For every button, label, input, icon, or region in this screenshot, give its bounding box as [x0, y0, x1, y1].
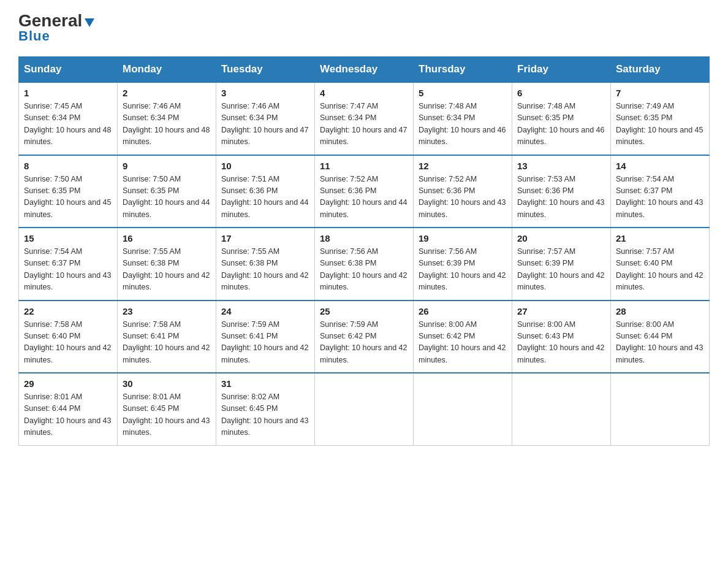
- calendar-week-row: 8Sunrise: 7:50 AMSunset: 6:35 PMDaylight…: [19, 155, 710, 228]
- day-info: Sunrise: 7:51 AMSunset: 6:36 PMDaylight:…: [221, 174, 309, 221]
- calendar-cell: 5Sunrise: 7:48 AMSunset: 6:34 PMDaylight…: [414, 82, 512, 155]
- day-number: 1: [24, 88, 112, 98]
- day-number: 10: [221, 161, 309, 171]
- day-info: Sunrise: 7:52 AMSunset: 6:36 PMDaylight:…: [419, 174, 507, 221]
- calendar-cell: 29Sunrise: 8:01 AMSunset: 6:44 PMDayligh…: [19, 373, 118, 445]
- day-info: Sunrise: 7:55 AMSunset: 6:38 PMDaylight:…: [221, 246, 309, 294]
- calendar-header-row: SundayMondayTuesdayWednesdayThursdayFrid…: [19, 57, 710, 83]
- col-header-friday: Friday: [512, 57, 611, 83]
- calendar-cell: 6Sunrise: 7:48 AMSunset: 6:35 PMDaylight…: [512, 82, 611, 155]
- calendar-cell: 12Sunrise: 7:52 AMSunset: 6:36 PMDayligh…: [414, 155, 512, 228]
- calendar-cell: 1Sunrise: 7:45 AMSunset: 6:34 PMDaylight…: [19, 82, 118, 155]
- logo: General Blue: [18, 12, 96, 44]
- day-number: 14: [616, 161, 704, 171]
- day-info: Sunrise: 7:59 AMSunset: 6:42 PMDaylight:…: [320, 319, 408, 367]
- day-info: Sunrise: 7:57 AMSunset: 6:40 PMDaylight:…: [616, 246, 704, 294]
- day-info: Sunrise: 7:45 AMSunset: 6:34 PMDaylight:…: [24, 101, 112, 148]
- day-info: Sunrise: 7:59 AMSunset: 6:41 PMDaylight:…: [221, 319, 309, 367]
- calendar-cell: 9Sunrise: 7:50 AMSunset: 6:35 PMDaylight…: [118, 155, 216, 228]
- col-header-sunday: Sunday: [19, 57, 118, 83]
- day-info: Sunrise: 7:56 AMSunset: 6:38 PMDaylight:…: [320, 246, 408, 294]
- logo-general: General: [18, 12, 96, 29]
- day-number: 11: [320, 161, 408, 171]
- day-info: Sunrise: 8:00 AMSunset: 6:43 PMDaylight:…: [517, 319, 605, 367]
- calendar-cell: 27Sunrise: 8:00 AMSunset: 6:43 PMDayligh…: [512, 301, 611, 373]
- calendar-week-row: 1Sunrise: 7:45 AMSunset: 6:34 PMDaylight…: [19, 82, 710, 155]
- day-number: 6: [517, 88, 605, 98]
- day-number: 4: [320, 88, 408, 98]
- day-info: Sunrise: 7:46 AMSunset: 6:34 PMDaylight:…: [221, 101, 309, 148]
- calendar-cell: 19Sunrise: 7:56 AMSunset: 6:39 PMDayligh…: [414, 228, 512, 301]
- calendar-cell: 31Sunrise: 8:02 AMSunset: 6:45 PMDayligh…: [216, 373, 315, 445]
- day-number: 23: [123, 306, 211, 316]
- day-number: 13: [517, 161, 605, 171]
- day-number: 29: [24, 378, 112, 389]
- day-info: Sunrise: 7:56 AMSunset: 6:39 PMDaylight:…: [419, 246, 507, 294]
- day-info: Sunrise: 7:50 AMSunset: 6:35 PMDaylight:…: [24, 174, 112, 221]
- calendar-cell: 22Sunrise: 7:58 AMSunset: 6:40 PMDayligh…: [19, 301, 118, 373]
- day-info: Sunrise: 7:57 AMSunset: 6:39 PMDaylight:…: [517, 246, 605, 294]
- svg-marker-0: [85, 18, 94, 27]
- calendar-cell: [315, 373, 414, 445]
- calendar-week-row: 15Sunrise: 7:54 AMSunset: 6:37 PMDayligh…: [19, 228, 710, 301]
- day-info: Sunrise: 7:48 AMSunset: 6:35 PMDaylight:…: [517, 101, 605, 148]
- day-number: 24: [221, 306, 309, 316]
- day-info: Sunrise: 7:54 AMSunset: 6:37 PMDaylight:…: [24, 246, 112, 294]
- day-info: Sunrise: 7:49 AMSunset: 6:35 PMDaylight:…: [616, 101, 704, 148]
- day-info: Sunrise: 8:00 AMSunset: 6:42 PMDaylight:…: [419, 319, 507, 367]
- calendar-cell: 23Sunrise: 7:58 AMSunset: 6:41 PMDayligh…: [118, 301, 216, 373]
- day-info: Sunrise: 8:00 AMSunset: 6:44 PMDaylight:…: [616, 319, 704, 367]
- day-info: Sunrise: 7:47 AMSunset: 6:34 PMDaylight:…: [320, 101, 408, 148]
- day-number: 17: [221, 233, 309, 243]
- day-number: 12: [419, 161, 507, 171]
- calendar-cell: 28Sunrise: 8:00 AMSunset: 6:44 PMDayligh…: [611, 301, 710, 373]
- day-number: 30: [123, 378, 211, 389]
- day-info: Sunrise: 7:58 AMSunset: 6:41 PMDaylight:…: [123, 319, 211, 367]
- col-header-thursday: Thursday: [414, 57, 512, 83]
- day-info: Sunrise: 7:53 AMSunset: 6:36 PMDaylight:…: [517, 174, 605, 221]
- day-number: 25: [320, 306, 408, 316]
- day-number: 7: [616, 88, 704, 98]
- calendar-cell: 2Sunrise: 7:46 AMSunset: 6:34 PMDaylight…: [118, 82, 216, 155]
- calendar-cell: 24Sunrise: 7:59 AMSunset: 6:41 PMDayligh…: [216, 301, 315, 373]
- day-info: Sunrise: 7:55 AMSunset: 6:38 PMDaylight:…: [123, 246, 211, 294]
- calendar-week-row: 22Sunrise: 7:58 AMSunset: 6:40 PMDayligh…: [19, 301, 710, 373]
- day-info: Sunrise: 7:52 AMSunset: 6:36 PMDaylight:…: [320, 174, 408, 221]
- calendar-cell: 30Sunrise: 8:01 AMSunset: 6:45 PMDayligh…: [118, 373, 216, 445]
- day-number: 15: [24, 233, 112, 243]
- day-info: Sunrise: 8:01 AMSunset: 6:45 PMDaylight:…: [123, 391, 211, 439]
- day-number: 21: [616, 233, 704, 243]
- calendar-cell: 11Sunrise: 7:52 AMSunset: 6:36 PMDayligh…: [315, 155, 414, 228]
- calendar-cell: 21Sunrise: 7:57 AMSunset: 6:40 PMDayligh…: [611, 228, 710, 301]
- day-number: 20: [517, 233, 605, 243]
- day-number: 22: [24, 306, 112, 316]
- calendar-cell: [414, 373, 512, 445]
- calendar-cell: 7Sunrise: 7:49 AMSunset: 6:35 PMDaylight…: [611, 82, 710, 155]
- calendar-cell: 17Sunrise: 7:55 AMSunset: 6:38 PMDayligh…: [216, 228, 315, 301]
- day-info: Sunrise: 7:50 AMSunset: 6:35 PMDaylight:…: [123, 174, 211, 221]
- calendar-cell: 15Sunrise: 7:54 AMSunset: 6:37 PMDayligh…: [19, 228, 118, 301]
- calendar-cell: [512, 373, 611, 445]
- day-number: 27: [517, 306, 605, 316]
- day-number: 31: [221, 378, 309, 389]
- day-info: Sunrise: 7:48 AMSunset: 6:34 PMDaylight:…: [419, 101, 507, 148]
- col-header-wednesday: Wednesday: [315, 57, 414, 83]
- day-info: Sunrise: 7:58 AMSunset: 6:40 PMDaylight:…: [24, 319, 112, 367]
- day-number: 19: [419, 233, 507, 243]
- calendar-cell: 14Sunrise: 7:54 AMSunset: 6:37 PMDayligh…: [611, 155, 710, 228]
- calendar-body: 1Sunrise: 7:45 AMSunset: 6:34 PMDaylight…: [19, 82, 710, 445]
- page-header: General Blue: [18, 12, 710, 44]
- calendar-cell: 26Sunrise: 8:00 AMSunset: 6:42 PMDayligh…: [414, 301, 512, 373]
- day-number: 2: [123, 88, 211, 98]
- day-number: 8: [24, 161, 112, 171]
- calendar-cell: 16Sunrise: 7:55 AMSunset: 6:38 PMDayligh…: [118, 228, 216, 301]
- calendar-cell: 20Sunrise: 7:57 AMSunset: 6:39 PMDayligh…: [512, 228, 611, 301]
- day-info: Sunrise: 8:02 AMSunset: 6:45 PMDaylight:…: [221, 391, 309, 439]
- day-number: 3: [221, 88, 309, 98]
- day-number: 16: [123, 233, 211, 243]
- calendar-table: SundayMondayTuesdayWednesdayThursdayFrid…: [18, 56, 710, 446]
- calendar-cell: 3Sunrise: 7:46 AMSunset: 6:34 PMDaylight…: [216, 82, 315, 155]
- day-number: 9: [123, 161, 211, 171]
- col-header-monday: Monday: [118, 57, 216, 83]
- calendar-week-row: 29Sunrise: 8:01 AMSunset: 6:44 PMDayligh…: [19, 373, 710, 445]
